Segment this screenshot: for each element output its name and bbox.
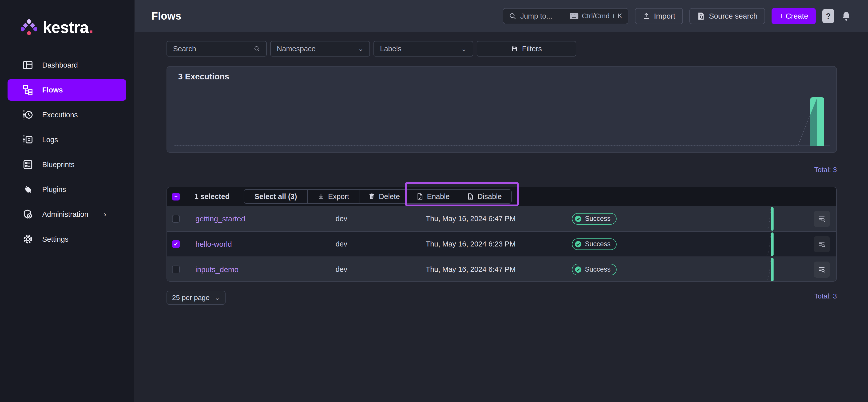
sidebar-nav: Dashboard Flows Executions Logs bbox=[0, 54, 134, 250]
sidebar-item-label: Settings bbox=[42, 235, 68, 244]
labels-select[interactable]: Labels ⌄ bbox=[373, 41, 473, 57]
row-mini-chart[interactable] bbox=[766, 257, 797, 282]
executions-total: Total: 3 bbox=[166, 166, 837, 174]
file-x-icon bbox=[467, 193, 474, 200]
flow-link[interactable]: hello-world bbox=[195, 240, 232, 248]
kestra-app: kestra. Dashboard Flows Executions bbox=[0, 0, 868, 402]
log-search-icon bbox=[818, 215, 826, 223]
executions-card-header: 3 Executions bbox=[167, 67, 836, 87]
executions-icon bbox=[22, 109, 34, 121]
sidebar-item-administration[interactable]: Administration › bbox=[7, 204, 126, 225]
delete-button[interactable]: Delete bbox=[359, 189, 409, 204]
status-badge-label: Success bbox=[585, 215, 611, 223]
create-button-label: + Create bbox=[779, 12, 808, 20]
sidebar-item-blueprints[interactable]: Blueprints bbox=[7, 154, 126, 175]
notifications-bell-icon[interactable] bbox=[841, 10, 851, 22]
jump-to-placeholder: Jump to... bbox=[520, 12, 570, 20]
sidebar-item-flows[interactable]: Flows bbox=[7, 79, 126, 101]
executions-chart-card: 3 Executions bbox=[166, 66, 837, 153]
search-icon bbox=[509, 12, 516, 20]
select-all-button[interactable]: Select all (3) bbox=[244, 189, 308, 204]
brand-name: kestra bbox=[43, 18, 89, 37]
export-button-label: Export bbox=[328, 192, 349, 201]
row-mini-chart[interactable] bbox=[766, 231, 797, 257]
filter-row: Search Namespace ⌄ Labels ⌄ Filters bbox=[166, 41, 837, 57]
row-logs-button[interactable] bbox=[814, 236, 830, 252]
administration-icon bbox=[22, 209, 34, 220]
sidebar-item-settings[interactable]: Settings bbox=[7, 228, 126, 250]
page-title: Flows bbox=[151, 10, 181, 22]
sidebar-item-dashboard[interactable]: Dashboard bbox=[7, 54, 126, 76]
status-badge: Success bbox=[572, 264, 617, 275]
status-badge-label: Success bbox=[585, 240, 611, 248]
dashboard-icon bbox=[22, 59, 34, 71]
row-logs-button[interactable] bbox=[814, 211, 830, 227]
table-row-hello-world: ✓ hello-world dev Thu, May 16, 2024 6:23… bbox=[167, 231, 836, 256]
blueprints-icon bbox=[22, 159, 34, 171]
trash-icon bbox=[368, 193, 375, 200]
enable-button-label: Enable bbox=[427, 192, 450, 201]
status-badge: Success bbox=[572, 213, 617, 225]
sidebar-item-logs[interactable]: Logs bbox=[7, 129, 126, 151]
namespace-cell: dev bbox=[336, 240, 426, 248]
select-all-button-label: Select all (3) bbox=[254, 192, 297, 201]
namespace-cell: dev bbox=[336, 265, 426, 274]
sidebar-item-plugins[interactable]: Plugins bbox=[7, 179, 126, 200]
status-badge-label: Success bbox=[585, 266, 611, 273]
bulk-action-bar: – 1 selected Select all (3) Export Delet… bbox=[167, 187, 836, 206]
enable-button[interactable]: Enable bbox=[409, 189, 457, 204]
executions-card-title: 3 Executions bbox=[178, 72, 229, 82]
row-checkbox[interactable] bbox=[172, 266, 180, 273]
namespace-cell: dev bbox=[336, 215, 426, 223]
plugins-icon bbox=[22, 184, 34, 195]
kestra-logo-icon bbox=[21, 19, 37, 36]
search-input[interactable]: Search bbox=[166, 41, 267, 57]
file-search-icon bbox=[697, 12, 705, 20]
source-search-button-label: Source search bbox=[709, 12, 757, 20]
export-button[interactable]: Export bbox=[307, 189, 360, 204]
bulk-button-group: Select all (3) Export Delete bbox=[244, 189, 512, 204]
sidebar-item-label: Administration bbox=[42, 210, 88, 219]
sidebar-item-executions[interactable]: Executions bbox=[7, 104, 126, 126]
flows-total: Total: 3 bbox=[166, 292, 837, 300]
jump-to-shortcut: Ctrl/Cmd + K bbox=[582, 12, 622, 20]
select-all-checkbox[interactable]: – bbox=[172, 193, 180, 200]
executions-bar-chart[interactable] bbox=[167, 87, 836, 152]
download-icon bbox=[317, 193, 324, 200]
row-checkbox[interactable]: ✓ bbox=[172, 240, 180, 248]
upload-icon bbox=[643, 12, 650, 20]
brand-dot: . bbox=[89, 18, 94, 37]
jump-to-input[interactable]: Jump to... Ctrl/Cmd + K bbox=[503, 8, 628, 24]
log-search-icon bbox=[818, 266, 826, 274]
disable-button[interactable]: Disable bbox=[457, 189, 512, 204]
help-icon[interactable]: ? bbox=[822, 9, 834, 23]
row-logs-button[interactable] bbox=[814, 261, 830, 278]
flow-link[interactable]: inputs_demo bbox=[195, 265, 239, 274]
last-execution-cell: Thu, May 16, 2024 6:23 PM bbox=[426, 240, 572, 248]
create-button[interactable]: + Create bbox=[772, 8, 816, 24]
search-icon bbox=[254, 45, 260, 52]
settings-icon bbox=[22, 234, 34, 245]
namespace-select-value: Namespace bbox=[277, 45, 316, 53]
labels-select-value: Labels bbox=[380, 45, 401, 53]
flow-link[interactable]: getting_started bbox=[195, 215, 245, 223]
namespace-select[interactable]: Namespace ⌄ bbox=[270, 41, 370, 57]
sidebar-item-label: Plugins bbox=[42, 185, 66, 194]
row-mini-chart[interactable] bbox=[766, 206, 797, 231]
filters-button[interactable]: Filters bbox=[477, 41, 576, 57]
delete-button-label: Delete bbox=[379, 192, 400, 201]
last-execution-cell: Thu, May 16, 2024 6:47 PM bbox=[426, 265, 572, 274]
flows-icon bbox=[22, 84, 34, 96]
row-checkbox[interactable] bbox=[172, 215, 180, 223]
source-search-button[interactable]: Source search bbox=[689, 8, 765, 24]
topbar: Flows Jump to... Ctrl/Cmd + K Import bbox=[135, 0, 868, 32]
chevron-right-icon: › bbox=[104, 210, 106, 219]
check-circle-icon bbox=[575, 215, 582, 223]
check-circle-icon bbox=[575, 266, 582, 273]
flows-table: – 1 selected Select all (3) Export Delet… bbox=[166, 187, 837, 282]
log-search-icon bbox=[818, 240, 826, 248]
disable-button-label: Disable bbox=[477, 192, 502, 201]
import-button[interactable]: Import bbox=[635, 8, 683, 24]
kestra-logo[interactable]: kestra. bbox=[0, 0, 134, 37]
sidebar-item-label: Logs bbox=[42, 136, 58, 144]
